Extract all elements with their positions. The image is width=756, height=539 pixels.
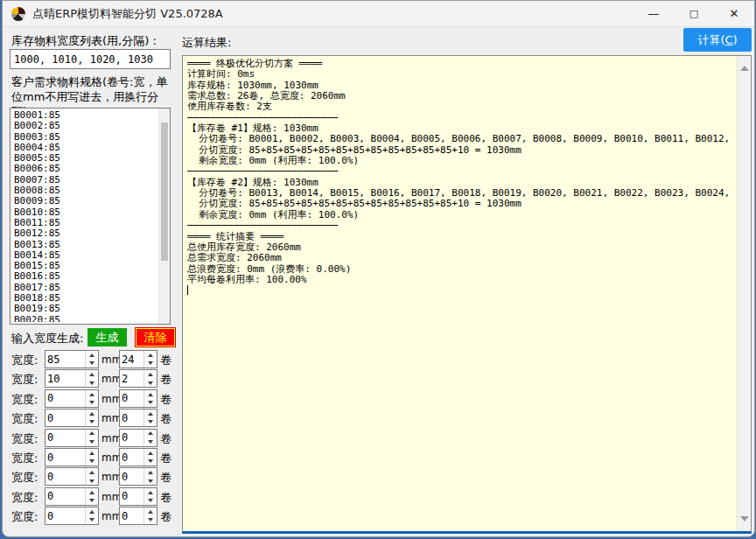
result-line: ════ 终极优化分切方案 ════: [187, 59, 736, 69]
results-textarea[interactable]: ════ 终极优化分切方案 ════计算时间: 0ms库存规格: 1030mm,…: [182, 55, 752, 534]
scroll-down-icon[interactable]: [738, 512, 751, 526]
demand-textarea[interactable]: B0001:85B0002:85B0003:85B0004:85B0005:85…: [10, 108, 171, 325]
spinner-down-icon[interactable]: [86, 516, 98, 525]
spinner-down-icon[interactable]: [144, 496, 157, 505]
count-value-input[interactable]: [122, 371, 143, 386]
calculate-button[interactable]: 计算(C): [683, 28, 752, 52]
spinner-arrows: [85, 449, 98, 466]
result-line: ════ 统计摘要 ════: [187, 232, 736, 242]
spinner-up-icon[interactable]: [144, 488, 157, 497]
maximize-button[interactable]: □: [674, 1, 714, 27]
spinner-up-icon[interactable]: [144, 468, 157, 477]
width-spinner: [45, 467, 99, 486]
generate-button[interactable]: 生成: [88, 328, 127, 346]
demand-list-line: B0013:85: [14, 240, 157, 250]
count-value-input[interactable]: [122, 391, 143, 406]
spinner-up-icon[interactable]: [86, 390, 98, 399]
spinner-down-icon[interactable]: [144, 398, 157, 407]
spinner-arrows: [85, 351, 98, 368]
count-value-input[interactable]: [122, 508, 143, 523]
width-row: 宽度:mm卷: [3, 507, 178, 525]
spinner-arrows: [85, 468, 98, 485]
result-line: 分切卷号: B0001, B0002, B0003, B0004, B0005,…: [187, 134, 736, 144]
width-value-input[interactable]: [47, 371, 84, 386]
spinner-down-icon[interactable]: [144, 418, 157, 427]
spinner-down-icon[interactable]: [86, 496, 98, 505]
count-value-input[interactable]: [122, 489, 143, 504]
demand-scrollbar-thumb[interactable]: [161, 122, 168, 261]
stock-width-list-label: 库存物料宽度列表(用,分隔)：: [11, 33, 160, 49]
close-button[interactable]: ✕: [714, 1, 754, 27]
width-value-input[interactable]: [47, 391, 84, 406]
spinner-up-icon[interactable]: [86, 488, 98, 497]
spinner-down-icon[interactable]: [86, 360, 98, 368]
width-row-label: 宽度:: [11, 490, 38, 506]
spinner-down-icon[interactable]: [144, 438, 157, 446]
spinner-up-icon[interactable]: [86, 370, 98, 379]
spinner-up-icon[interactable]: [86, 449, 98, 458]
spinner-down-icon[interactable]: [144, 458, 157, 466]
width-value-input[interactable]: [47, 410, 84, 425]
spinner-arrows: [144, 449, 157, 466]
spinner-up-icon[interactable]: [144, 390, 157, 399]
spinner-up-icon[interactable]: [86, 508, 98, 516]
demand-scrollbar[interactable]: [158, 108, 170, 324]
width-value-input[interactable]: [47, 489, 84, 504]
spinner-arrows: [144, 488, 157, 505]
spinner-down-icon[interactable]: [144, 379, 157, 388]
spinner-down-icon[interactable]: [144, 516, 157, 525]
spinner-up-icon[interactable]: [86, 430, 98, 438]
calc-label-suffix: ): [733, 33, 738, 46]
width-value-input[interactable]: [47, 469, 84, 484]
count-value-input[interactable]: [122, 352, 143, 367]
spinner-up-icon[interactable]: [144, 370, 157, 379]
width-value-input[interactable]: [47, 352, 84, 367]
spinner-up-icon[interactable]: [144, 351, 157, 360]
demand-list-line: B0009:85: [14, 196, 157, 206]
spinner-arrows: [85, 488, 98, 505]
spinner-up-icon[interactable]: [144, 508, 157, 516]
width-row-label: 宽度:: [11, 470, 38, 486]
title-bar: 点晴ERP模切料智能分切 V25.0728A — □ ✕: [3, 1, 754, 27]
spinner-down-icon[interactable]: [86, 477, 98, 486]
spinner-up-icon[interactable]: [144, 430, 157, 438]
spinner-down-icon[interactable]: [86, 398, 98, 407]
count-value-input[interactable]: [122, 410, 143, 425]
spinner-up-icon[interactable]: [86, 351, 98, 360]
calculation-result-label: 运算结果:: [182, 35, 231, 51]
minimize-button[interactable]: —: [634, 1, 674, 27]
count-value-input[interactable]: [122, 450, 143, 465]
spinner-up-icon[interactable]: [86, 410, 98, 418]
spinner-arrows: [144, 508, 157, 524]
spinner-down-icon[interactable]: [86, 418, 98, 427]
spinner-down-icon[interactable]: [86, 379, 98, 388]
spinner-down-icon[interactable]: [144, 477, 157, 486]
spinner-down-icon[interactable]: [144, 360, 157, 368]
width-value-input[interactable]: [47, 450, 84, 465]
spinner-down-icon[interactable]: [86, 458, 98, 466]
spinner-arrows: [144, 351, 157, 368]
width-value-input[interactable]: [47, 430, 84, 445]
count-value-input[interactable]: [122, 469, 143, 484]
width-row: 宽度:mm卷: [3, 389, 178, 408]
demand-list-line: B0002:85: [14, 121, 157, 131]
spinner-up-icon[interactable]: [144, 449, 157, 458]
demand-list-line: B0006:85: [14, 164, 157, 174]
spinner-up-icon[interactable]: [86, 468, 98, 477]
spinner-arrows: [144, 468, 157, 485]
stock-width-input[interactable]: [10, 49, 171, 69]
spinner-arrows: [85, 390, 98, 407]
app-logo-icon: [11, 7, 25, 21]
count-value-input[interactable]: [122, 430, 143, 445]
results-scrollbar[interactable]: [737, 56, 751, 531]
width-row: 宽度:mm卷: [3, 369, 178, 388]
spinner-up-icon[interactable]: [144, 410, 157, 418]
demand-list-line: B0019:85: [14, 304, 157, 314]
width-row: 宽度:mm卷: [3, 429, 178, 447]
scroll-up-icon[interactable]: [738, 61, 751, 75]
result-line: 总需求宽度: 2060mm: [187, 253, 736, 263]
spinner-down-icon[interactable]: [86, 438, 98, 446]
width-row-label: 宽度:: [11, 431, 38, 447]
clear-button[interactable]: 清除: [136, 328, 175, 346]
width-value-input[interactable]: [47, 508, 84, 523]
